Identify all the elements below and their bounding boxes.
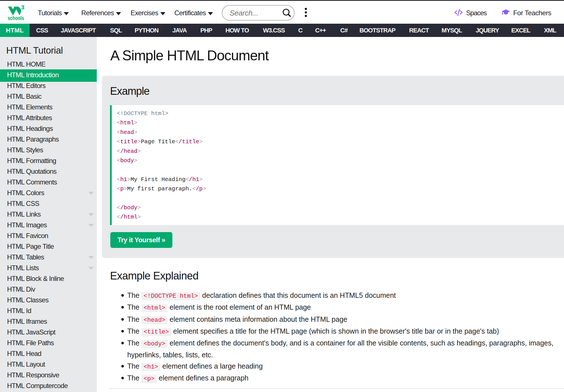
svg-text:3: 3 bbox=[21, 5, 24, 10]
svg-text:schools: schools bbox=[8, 15, 24, 21]
